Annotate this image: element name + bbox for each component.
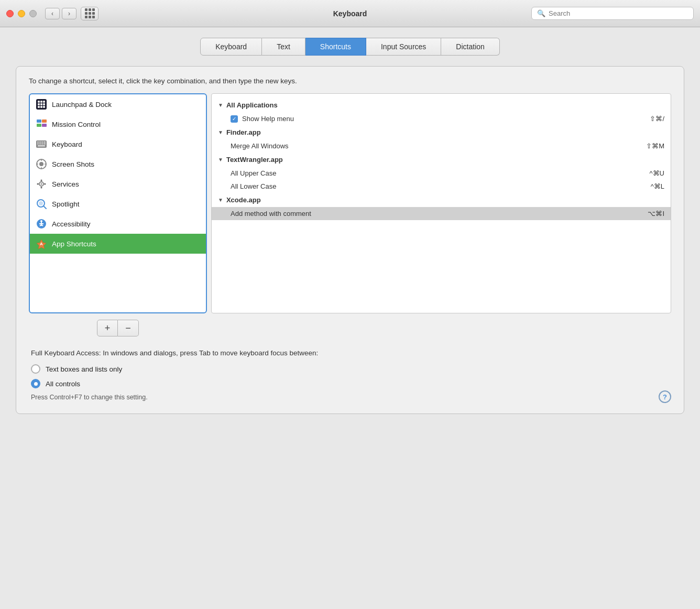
svg-point-32 (41, 180, 42, 181)
svg-rect-10 (37, 119, 41, 123)
group-label-all-applications: All Applications (226, 101, 278, 109)
nav-buttons: ‹ › (45, 8, 76, 19)
svg-rect-8 (40, 106, 42, 108)
app-shortcuts-icon: A (36, 238, 47, 249)
shortcut-row-merge-windows[interactable]: Merge All Windows ⇧⌘M (212, 139, 671, 153)
svg-rect-19 (37, 144, 39, 145)
sidebar-item-launchpad[interactable]: Launchpad & Dock (30, 94, 206, 114)
key-add-method: ⌥⌘I (648, 210, 664, 218)
svg-point-34 (37, 183, 39, 185)
tab-input-sources[interactable]: Input Sources (366, 38, 441, 56)
sidebar-label-mission-control: Mission Control (52, 121, 101, 128)
maximize-button (29, 10, 37, 17)
triangle-icon-xcode: ▼ (218, 197, 223, 203)
launchpad-icon (36, 99, 47, 110)
svg-point-33 (41, 187, 42, 189)
label-merge-windows: Merge All Windows (231, 142, 646, 150)
tab-text[interactable]: Text (262, 38, 305, 56)
tab-bar: Keyboard Text Shortcuts Input Sources Di… (16, 38, 684, 56)
group-textwrangler[interactable]: ▼ TextWrangler.app (212, 153, 671, 167)
svg-rect-16 (39, 142, 41, 143)
window-title: Keyboard (333, 9, 367, 18)
sidebar-item-app-shortcuts[interactable]: A App Shortcuts (30, 234, 206, 254)
grid-button[interactable] (81, 7, 99, 20)
svg-rect-2 (40, 101, 42, 103)
tab-keyboard[interactable]: Keyboard (200, 38, 262, 56)
svg-rect-18 (43, 142, 46, 143)
tab-shortcuts[interactable]: Shortcuts (305, 38, 366, 56)
mission-control-icon (36, 119, 47, 129)
sidebar-item-mission-control[interactable]: Mission Control (30, 114, 206, 134)
triangle-icon-textwrangler: ▼ (218, 157, 223, 162)
label-show-help: Show Help menu (242, 115, 650, 123)
sidebar-label-accessibility: Accessibility (52, 220, 91, 228)
radio-label-all-controls: All controls (46, 380, 80, 388)
shortcut-panel-inner: ▼ All Applications ✓ Show Help menu ⇧⌘/ … (212, 94, 671, 224)
group-xcode[interactable]: ▼ Xcode.app (212, 193, 671, 207)
titlebar: ‹ › Keyboard 🔍 (0, 0, 700, 27)
forward-icon: › (68, 10, 70, 17)
sidebar-item-screen-shots[interactable]: Screen Shots (30, 154, 206, 174)
forward-button[interactable]: › (62, 8, 76, 19)
tab-dictation[interactable]: Dictation (441, 38, 499, 56)
svg-rect-4 (38, 103, 40, 105)
accessibility-icon (36, 219, 47, 229)
triangle-icon-all-applications: ▼ (218, 102, 223, 108)
svg-rect-5 (40, 103, 42, 105)
group-finder[interactable]: ▼ Finder.app (212, 125, 671, 139)
shortcut-panel[interactable]: ▼ All Applications ✓ Show Help menu ⇧⌘/ … (211, 93, 671, 313)
shortcuts-panel: To change a shortcut, select it, click t… (16, 66, 684, 414)
sidebar-item-keyboard[interactable]: Keyboard (30, 134, 206, 154)
svg-rect-7 (38, 106, 40, 108)
sidebar-item-spotlight[interactable]: Spotlight (30, 194, 206, 214)
svg-rect-20 (39, 144, 41, 145)
radio-inner-dot (34, 382, 38, 386)
svg-line-38 (43, 206, 46, 209)
sidebar-label-screen-shots: Screen Shots (52, 160, 94, 168)
svg-point-37 (39, 201, 43, 205)
svg-rect-21 (41, 144, 43, 145)
keyboard-icon (36, 139, 47, 149)
sidebar-item-accessibility[interactable]: Accessibility (30, 214, 206, 234)
close-button[interactable] (6, 10, 14, 17)
group-all-applications[interactable]: ▼ All Applications (212, 98, 671, 112)
add-remove-bar: + − (97, 320, 671, 336)
search-icon: 🔍 (537, 9, 545, 17)
search-bar[interactable]: 🔍 (531, 7, 694, 20)
shortcut-row-show-help[interactable]: ✓ Show Help menu ⇧⌘/ (212, 112, 671, 125)
radio-circle-all-controls (31, 379, 40, 388)
radio-circle-text-only (31, 364, 40, 374)
sidebar-label-spotlight: Spotlight (52, 200, 80, 208)
radio-all-controls[interactable]: All controls (31, 379, 669, 388)
sidebar-label-keyboard: Keyboard (52, 140, 82, 148)
check-icon: ✓ (232, 116, 236, 122)
control-hint: Press Control+F7 to change this setting. (31, 394, 669, 401)
key-upper-case: ^⌘U (650, 169, 665, 177)
content-area: Launchpad & Dock Mission Contr (29, 93, 671, 313)
svg-point-40 (40, 220, 42, 222)
shortcut-row-upper-case[interactable]: All Upper Case ^⌘U (212, 167, 671, 180)
svg-rect-23 (38, 145, 45, 147)
radio-label-text-only: Text boxes and lists only (46, 365, 122, 373)
sidebar-item-services[interactable]: Services (30, 174, 206, 194)
sidebar-label-launchpad: Launchpad & Dock (52, 101, 112, 108)
sidebar-scroll[interactable]: Launchpad & Dock Mission Contr (30, 94, 206, 312)
add-shortcut-button[interactable]: + (97, 320, 118, 336)
search-input[interactable] (549, 9, 688, 17)
radio-text-only[interactable]: Text boxes and lists only (31, 364, 669, 374)
help-button[interactable]: ? (659, 390, 671, 403)
key-lower-case: ^⌘L (651, 182, 664, 190)
shortcut-row-add-method[interactable]: Add method with comment ⌥⌘I (212, 207, 671, 220)
remove-shortcut-button[interactable]: − (118, 320, 139, 336)
svg-rect-11 (42, 119, 47, 123)
back-button[interactable]: ‹ (45, 8, 60, 19)
checkbox-show-help[interactable]: ✓ (231, 115, 238, 123)
spotlight-icon (36, 199, 47, 209)
shortcut-row-lower-case[interactable]: All Lower Case ^⌘L (212, 180, 671, 193)
full-keyboard-label: Full Keyboard Access: In windows and dia… (31, 349, 669, 357)
instruction-text: To change a shortcut, select it, click t… (29, 77, 671, 85)
sidebar-label-app-shortcuts: App Shortcuts (52, 240, 96, 248)
minimize-button[interactable] (18, 10, 25, 17)
svg-rect-13 (42, 124, 47, 127)
svg-rect-1 (38, 101, 40, 103)
